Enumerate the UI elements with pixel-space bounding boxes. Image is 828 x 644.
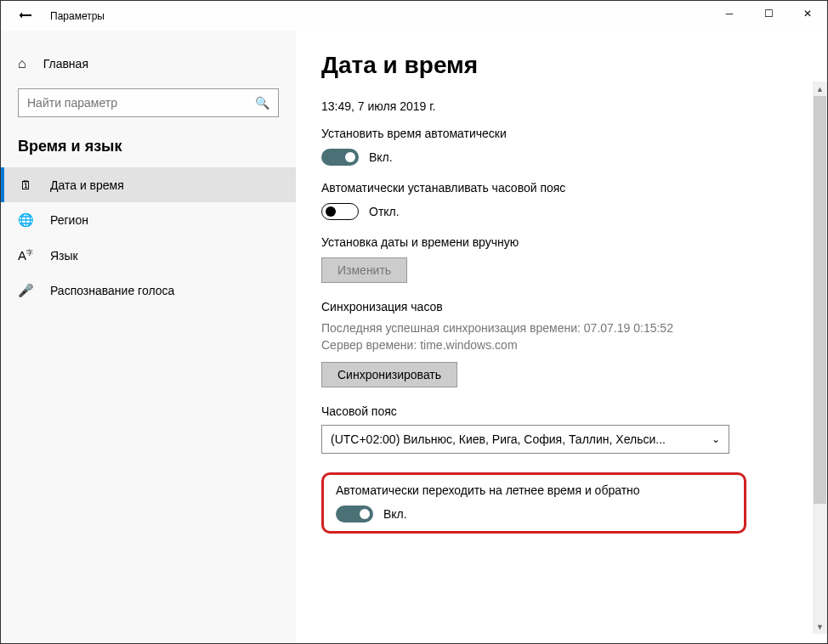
scroll-thumb[interactable] (814, 96, 826, 504)
search-box[interactable]: 🔍 (18, 88, 279, 117)
sidebar-item-region[interactable]: 🌐 Регион (1, 202, 296, 238)
dst-toggle[interactable] (336, 506, 373, 523)
content: Дата и время 13:49, 7 июля 2019 г. Устан… (296, 31, 827, 643)
page-title: Дата и время (321, 52, 802, 79)
microphone-icon: 🎤 (18, 283, 33, 298)
sync-button[interactable]: Синхронизировать (321, 362, 457, 387)
maximize-button[interactable]: ☐ (749, 1, 788, 26)
sidebar-item-label: Дата и время (50, 178, 124, 192)
language-icon: A字 (18, 248, 33, 263)
dst-highlight: Автоматически переходить на летнее время… (321, 472, 746, 534)
search-input[interactable] (19, 96, 247, 110)
timezone-value: (UTC+02:00) Вильнюс, Киев, Рига, София, … (331, 432, 666, 446)
minimize-button[interactable]: ─ (710, 1, 749, 26)
auto-tz-toggle[interactable] (321, 203, 359, 220)
scroll-up-icon[interactable]: ▲ (813, 82, 827, 96)
current-datetime: 13:49, 7 июля 2019 г. (321, 99, 802, 113)
auto-tz-label: Автоматически устанавливать часовой пояс (321, 181, 802, 195)
sync-title: Синхронизация часов (321, 300, 802, 314)
auto-time-state: Вкл. (369, 150, 393, 164)
auto-time-toggle[interactable] (321, 149, 359, 166)
section-title: Время и язык (1, 126, 296, 167)
chevron-down-icon: ⌄ (712, 433, 720, 445)
sync-last: Последняя успешная синхронизация времени… (321, 320, 802, 337)
close-button[interactable]: ✕ (788, 1, 827, 26)
sidebar-item-label: Язык (50, 249, 78, 263)
home-link[interactable]: ⌂ Главная (1, 48, 296, 80)
sync-server: Сервер времени: time.windows.com (321, 337, 802, 354)
timezone-dropdown[interactable]: (UTC+02:00) Вильнюс, Киев, Рига, София, … (321, 425, 729, 454)
sidebar-item-language[interactable]: A字 Язык (1, 238, 296, 273)
manual-label: Установка даты и времени вручную (321, 235, 802, 249)
search-icon: 🔍 (247, 96, 278, 110)
sidebar-item-label: Регион (50, 213, 88, 227)
window-title: Параметры (50, 10, 105, 22)
sidebar-item-label: Распознавание голоса (50, 284, 174, 297)
sidebar: ⌂ Главная 🔍 Время и язык 🗓 Дата и время … (1, 31, 296, 643)
dst-label: Автоматически переходить на летнее время… (336, 483, 732, 497)
scrollbar[interactable]: ▲ ▼ (813, 82, 827, 634)
change-button[interactable]: Изменить (321, 257, 407, 283)
home-icon: ⌂ (18, 56, 26, 71)
back-button[interactable]: 🠔 (1, 8, 42, 24)
globe-icon: 🌐 (18, 212, 33, 228)
dst-state: Вкл. (383, 507, 407, 521)
sidebar-item-datetime[interactable]: 🗓 Дата и время (1, 167, 296, 202)
sidebar-item-speech[interactable]: 🎤 Распознавание голоса (1, 273, 296, 308)
scroll-down-icon[interactable]: ▼ (813, 619, 827, 634)
auto-time-label: Установить время автоматически (321, 127, 802, 140)
auto-tz-state: Откл. (369, 205, 400, 218)
calendar-icon: 🗓 (18, 178, 33, 192)
home-label: Главная (43, 57, 88, 71)
sync-info: Последняя успешная синхронизация времени… (321, 320, 802, 353)
tz-title: Часовой пояс (321, 404, 802, 418)
titlebar: 🠔 Параметры ─ ☐ ✕ (1, 1, 827, 31)
